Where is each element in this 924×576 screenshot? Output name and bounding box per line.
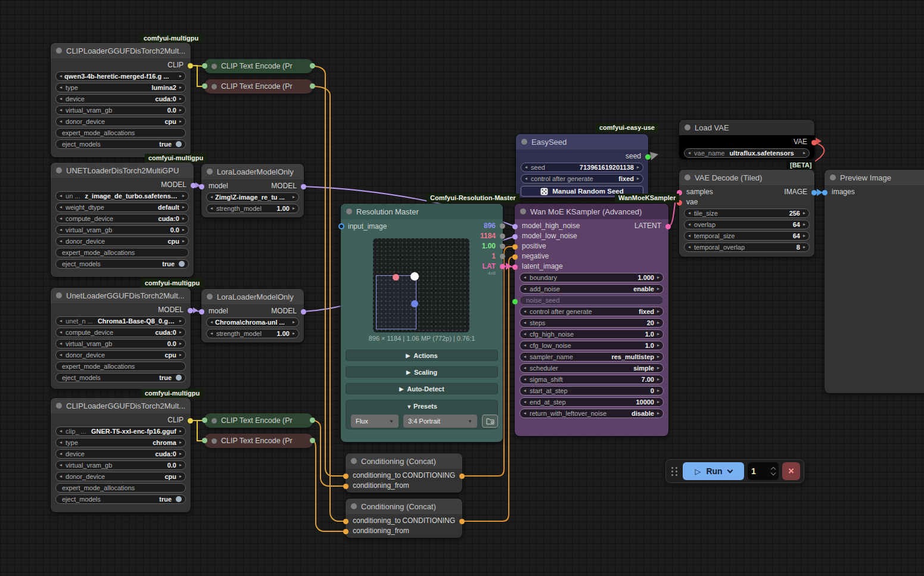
node-conditioning-concat-1[interactable]: Conditioning (Concat) conditioning_toCON…: [346, 453, 462, 493]
left-arrow-icon[interactable]: ◂: [60, 194, 62, 198]
left-arrow-icon[interactable]: ◂: [524, 287, 526, 291]
widget-compute-device[interactable]: ◂compute_devicecuda:0▸: [55, 214, 189, 223]
left-arrow-icon[interactable]: ◂: [210, 206, 213, 211]
right-arrow-icon[interactable]: ▸: [657, 400, 659, 404]
model-output-port[interactable]: [301, 184, 306, 189]
preset-group-select[interactable]: Flux▼: [351, 415, 399, 428]
conditioning-output-port[interactable]: [459, 519, 465, 524]
model-high-noise-input-port[interactable]: [512, 224, 518, 229]
widget-cfg-high-noise[interactable]: ◂cfg_high_noise1.0▸: [519, 329, 664, 339]
actions-section-button[interactable]: ▶Actions: [346, 350, 498, 361]
widget-expert-mode[interactable]: expert_mode_allocations: [55, 362, 186, 371]
model-output-port[interactable]: [191, 183, 196, 188]
node-clip-encode-negative-1[interactable]: CLIP Text Encode (Pr: [204, 79, 313, 94]
right-arrow-icon[interactable]: ▸: [179, 319, 182, 323]
node-title-bar[interactable]: Resolution Master: [341, 204, 503, 219]
toggle-indicator[interactable]: [176, 496, 182, 502]
preset-ratio-select[interactable]: 3:4 Portrait▼: [403, 415, 477, 428]
widget-return-leftover-noise[interactable]: ◂return_with_leftover_noisedisable▸: [519, 409, 664, 418]
node-resolution-master[interactable]: Resolution Master input_image 896 1184 1…: [341, 204, 503, 442]
conditioning-to-input-port[interactable]: [343, 519, 349, 524]
collapse-dot-icon[interactable]: [56, 292, 62, 298]
widget-donor-device[interactable]: ◂donor_devicecpu▸: [55, 472, 186, 481]
scale-output-port[interactable]: [500, 244, 505, 249]
right-arrow-icon[interactable]: ▸: [803, 211, 805, 216]
left-arrow-icon[interactable]: ◂: [60, 205, 62, 210]
collapse-dot-icon[interactable]: [346, 208, 352, 214]
widget-end-at-step[interactable]: ◂end_at_step10000▸: [519, 397, 664, 407]
node-clip-encode-positive-2[interactable]: CLIP Text Encode (Pr: [204, 413, 313, 428]
conditioning-from-input-port[interactable]: [343, 484, 349, 489]
widget-weight-dtype[interactable]: ◂weight_dtypedefault▸: [55, 203, 189, 212]
left-arrow-icon[interactable]: ◂: [525, 176, 527, 181]
left-arrow-icon[interactable]: ◂: [524, 332, 526, 337]
collapse-dot-icon[interactable]: [211, 84, 217, 89]
node-unet-loader[interactable]: UNETLoaderDisTorch2MultiGPU MODEL ◂un ..…: [51, 163, 194, 277]
widget-device[interactable]: ◂devicecuda:0▸: [55, 449, 186, 459]
clip-output-port[interactable]: [188, 63, 193, 69]
collapse-dot-icon[interactable]: [351, 458, 357, 464]
left-arrow-icon[interactable]: ◂: [688, 222, 690, 227]
widget-scheduler[interactable]: ◂schedulersimple▸: [519, 363, 664, 373]
right-arrow-icon[interactable]: ▸: [657, 411, 659, 416]
widget-sigma-shift[interactable]: ◂sigma_shift7.00▸: [519, 375, 664, 384]
node-clip-loader-bottom[interactable]: CLIPLoaderGGUFDisTorch2Mult... CLIP ◂cli…: [51, 398, 191, 512]
widget-compute-device[interactable]: ◂compute_devicecuda:0▸: [55, 328, 186, 337]
widget-add-noise[interactable]: ◂add_noiseenable▸: [519, 284, 664, 294]
conditioning-from-input-port[interactable]: [343, 529, 349, 534]
widget-control-after-generate[interactable]: ◂control after generatefixed▸: [521, 174, 643, 183]
model-output-port[interactable]: [301, 309, 306, 315]
edge-handle[interactable]: [411, 300, 418, 307]
right-arrow-icon[interactable]: ▸: [803, 151, 805, 155]
left-arrow-icon[interactable]: ◂: [60, 452, 62, 456]
widget-donor-device[interactable]: ◂donor_devicecpu▸: [55, 117, 186, 126]
widget-overlap[interactable]: ◂overlap64▸: [684, 220, 810, 229]
widget-virtual-vram[interactable]: ◂virtual_vram_gb0.0▸: [55, 225, 189, 235]
collapse-dot-icon[interactable]: [521, 139, 527, 145]
right-arrow-icon[interactable]: ▸: [657, 287, 659, 291]
widget-boundary[interactable]: ◂boundary1.000▸: [519, 273, 664, 282]
left-arrow-icon[interactable]: ◂: [60, 341, 62, 346]
right-arrow-icon[interactable]: ▸: [293, 331, 295, 336]
collapse-dot-icon[interactable]: [207, 294, 213, 300]
left-arrow-icon[interactable]: ◂: [524, 320, 526, 325]
node-title-bar[interactable]: LoraLoaderModelOnly: [201, 289, 304, 304]
node-title-bar[interactable]: UnetLoaderGGUFDisTorch2Mult...: [51, 288, 191, 303]
collapse-dot-icon[interactable]: [207, 169, 213, 175]
ratio-handle[interactable]: [393, 274, 399, 281]
left-arrow-icon[interactable]: ◂: [524, 388, 526, 393]
resolution-preview-canvas[interactable]: [373, 238, 469, 332]
left-arrow-icon[interactable]: ◂: [60, 239, 62, 244]
left-arrow-icon[interactable]: ◂: [60, 96, 62, 101]
left-arrow-icon[interactable]: ◂: [60, 440, 62, 445]
model-output-port[interactable]: [188, 308, 193, 313]
widget-tile-size[interactable]: ◂tile_size256▸: [684, 208, 810, 218]
widget-virtual-vram[interactable]: ◂virtual_vram_gb0.0▸: [55, 339, 186, 348]
node-vae-decode-tiled[interactable]: VAE Decode (Tiled) samplesIMAGE vae ◂til…: [679, 170, 814, 257]
output-port[interactable]: [310, 418, 315, 423]
node-title-bar[interactable]: Load VAE: [679, 120, 814, 135]
right-arrow-icon[interactable]: ▸: [803, 222, 805, 227]
left-arrow-icon[interactable]: ◂: [688, 151, 690, 155]
widget-unet-name[interactable]: ◂un ...z_image_de_turbo.safetensors▸: [55, 191, 189, 201]
right-arrow-icon[interactable]: ▸: [637, 165, 639, 170]
drag-handle-icon[interactable]: [671, 467, 677, 476]
node-title-bar[interactable]: Preview Image: [825, 170, 924, 185]
right-arrow-icon[interactable]: ▸: [657, 366, 659, 370]
right-arrow-icon[interactable]: ▸: [293, 320, 295, 325]
collapse-dot-icon[interactable]: [56, 167, 62, 173]
node-title-bar[interactable]: LoraLoaderModelOnly: [201, 164, 304, 179]
collapse-dot-icon[interactable]: [351, 503, 357, 509]
node-clip-loader-top[interactable]: CLIPLoaderGGUFDisTorch2Mult... CLIP ◂qwe…: [51, 43, 191, 157]
left-arrow-icon[interactable]: ◂: [210, 331, 213, 336]
clip-output-port[interactable]: [188, 418, 193, 424]
widget-seed[interactable]: ◂seed713961619201138▸: [521, 163, 643, 172]
left-arrow-icon[interactable]: ◂: [524, 354, 526, 359]
node-wan-moe-ksampler[interactable]: Wan MoE KSampler (Advanced) model_high_n…: [515, 204, 668, 436]
stepper-arrows[interactable]: [771, 468, 775, 475]
left-arrow-icon[interactable]: ◂: [210, 320, 213, 325]
right-arrow-icon[interactable]: ▸: [182, 205, 185, 210]
input-port[interactable]: [202, 63, 207, 69]
toggle-indicator[interactable]: [179, 261, 185, 267]
node-title-bar[interactable]: CLIPLoaderGGUFDisTorch2Mult...: [51, 398, 191, 413]
